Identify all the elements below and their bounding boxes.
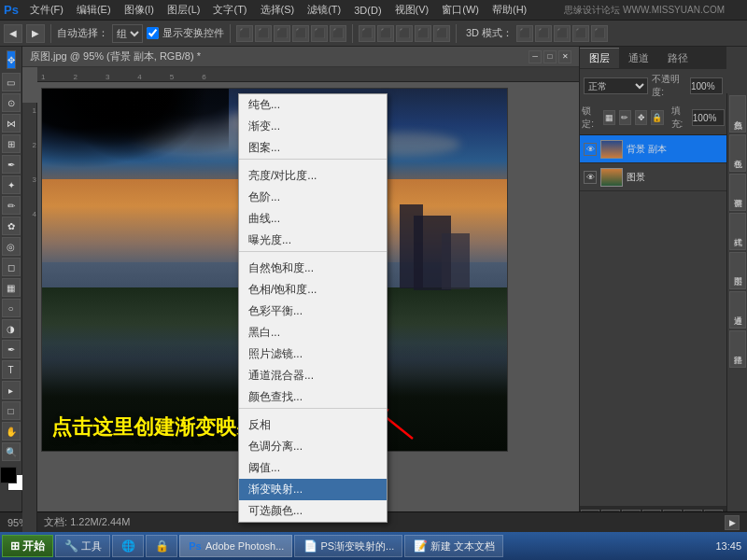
auto-select-dropdown[interactable]: 组 bbox=[112, 24, 143, 43]
dist-top-btn[interactable]: ⬛ bbox=[396, 25, 413, 42]
lasso-tool[interactable]: ⊙ bbox=[2, 93, 21, 112]
menu-invert[interactable]: 反相 bbox=[239, 414, 387, 436]
menu-help[interactable]: 帮助(H) bbox=[486, 1, 532, 19]
menu-levels[interactable]: 色阶... bbox=[239, 187, 387, 208]
taskbar-browser[interactable]: 🌐 bbox=[112, 535, 144, 557]
menu-layer[interactable]: 图层(L) bbox=[162, 1, 205, 19]
shape-tool[interactable]: □ bbox=[2, 401, 21, 420]
text-tool[interactable]: T bbox=[2, 360, 21, 379]
align-left-btn[interactable]: ⬛ bbox=[236, 25, 253, 42]
spot-heal-tool[interactable]: ✦ bbox=[2, 175, 21, 194]
menu-threshold[interactable]: 阈值... bbox=[239, 457, 387, 479]
menu-brightness[interactable]: 亮度/对比度... bbox=[239, 165, 387, 187]
zoom-tool[interactable]: 🔍 bbox=[2, 442, 21, 461]
lock-position-btn[interactable]: ✥ bbox=[635, 110, 647, 125]
3d-btn-2[interactable]: ⬛ bbox=[535, 25, 552, 42]
opacity-input[interactable] bbox=[690, 77, 723, 94]
3d-btn-5[interactable]: ⬛ bbox=[591, 25, 608, 42]
show-transform-checkbox[interactable] bbox=[147, 27, 159, 39]
close-canvas-btn[interactable]: ✕ bbox=[558, 50, 571, 63]
brush-tool[interactable]: ✏ bbox=[2, 196, 21, 215]
blur-tool[interactable]: ○ bbox=[2, 299, 21, 317]
menu-curves[interactable]: 曲线... bbox=[239, 208, 387, 230]
layers-panel-btn[interactable]: 图层 bbox=[729, 252, 746, 289]
hand-tool[interactable]: ✋ bbox=[2, 422, 21, 441]
lock-transparent-btn[interactable]: ▦ bbox=[603, 110, 615, 125]
menu-selective-color[interactable]: 可选颜色... bbox=[239, 500, 387, 522]
3d-btn-1[interactable]: ⬛ bbox=[516, 25, 533, 42]
move-tool[interactable]: ✥ bbox=[7, 50, 16, 69]
align-bottom-btn[interactable]: ⬛ bbox=[330, 25, 346, 42]
taskbar-ps-tutorial[interactable]: 📄 PS渐变映射的... bbox=[294, 535, 402, 557]
styles-panel-btn[interactable]: 样式 bbox=[729, 213, 746, 250]
scroll-right-btn[interactable]: ▶ bbox=[725, 515, 740, 530]
gradient-tool[interactable]: ▦ bbox=[2, 278, 21, 297]
menu-photo-filter[interactable]: 照片滤镜... bbox=[239, 343, 387, 365]
taskbar-tools[interactable]: 🔧 工具 bbox=[55, 535, 110, 557]
color-panel-btn[interactable]: 颜色 bbox=[729, 95, 746, 133]
pen-tool[interactable]: ✒ bbox=[2, 340, 21, 358]
maximize-canvas-btn[interactable]: □ bbox=[543, 50, 557, 63]
3d-btn-4[interactable]: ⬛ bbox=[572, 25, 589, 42]
menu-color-balance[interactable]: 色彩平衡... bbox=[239, 301, 387, 322]
menu-bw[interactable]: 黑白... bbox=[239, 322, 387, 343]
clone-tool[interactable]: ✿ bbox=[2, 217, 21, 235]
swatches-panel-btn[interactable]: 色板 bbox=[729, 134, 746, 172]
menu-window[interactable]: 窗口(W) bbox=[436, 1, 485, 19]
history-brush-tool[interactable]: ◎ bbox=[2, 237, 21, 256]
crop-tool[interactable]: ⊞ bbox=[2, 134, 21, 153]
menu-color-lookup[interactable]: 颜色查找... bbox=[239, 386, 387, 408]
menu-solid-color[interactable]: 纯色... bbox=[239, 94, 387, 116]
3d-btn-3[interactable]: ⬛ bbox=[554, 25, 571, 42]
menu-filter[interactable]: 滤镜(T) bbox=[302, 1, 346, 19]
menu-gradient[interactable]: 渐变... bbox=[239, 116, 387, 137]
minimize-canvas-btn[interactable]: ─ bbox=[529, 50, 542, 63]
fill-input[interactable] bbox=[692, 109, 725, 126]
dist-bot-btn[interactable]: ⬛ bbox=[433, 25, 450, 42]
blend-mode-select[interactable]: 正常 bbox=[584, 77, 648, 94]
menu-gradient-map[interactable]: 渐变映射... bbox=[239, 479, 387, 500]
select-tool[interactable]: ▭ bbox=[2, 73, 21, 91]
dodge-tool[interactable]: ◑ bbox=[2, 319, 21, 338]
dist-h-btn[interactable]: ⬛ bbox=[359, 25, 375, 42]
align-center-btn[interactable]: ⬛ bbox=[255, 25, 272, 42]
menu-edit[interactable]: 编辑(E) bbox=[71, 1, 117, 19]
lock-all-btn[interactable]: 🔒 bbox=[651, 110, 663, 125]
align-middle-btn[interactable]: ⬛ bbox=[311, 25, 328, 42]
menu-image[interactable]: 图像(I) bbox=[119, 1, 160, 19]
layer-item-bg-copy[interactable]: 👁 背景 副本 bbox=[580, 135, 726, 163]
eyedropper-tool[interactable]: ✒ bbox=[2, 155, 21, 174]
menu-vibrance[interactable]: 自然饱和度... bbox=[239, 258, 387, 279]
menu-select[interactable]: 选择(S) bbox=[255, 1, 301, 19]
lock-image-btn[interactable]: ✏ bbox=[619, 110, 631, 125]
layer-visibility-landscape[interactable]: 👁 bbox=[584, 171, 597, 184]
tab-channels[interactable]: 通道 bbox=[619, 49, 658, 68]
magic-wand-tool[interactable]: ⋈ bbox=[2, 114, 21, 133]
tab-layers[interactable]: 图层 bbox=[580, 48, 619, 68]
taskbar-text-doc[interactable]: 📝 新建 文本文档 bbox=[404, 535, 503, 557]
eraser-tool[interactable]: ◻ bbox=[2, 258, 21, 276]
menu-file[interactable]: 文件(F) bbox=[24, 1, 69, 19]
forward-button[interactable]: ▶ bbox=[26, 24, 45, 43]
taskbar-photoshop[interactable]: Ps Adobe Photosh... bbox=[179, 535, 292, 557]
menu-posterize[interactable]: 色调分离... bbox=[239, 436, 387, 457]
taskbar-security[interactable]: 🔒 bbox=[146, 535, 177, 557]
menu-exposure[interactable]: 曝光度... bbox=[239, 230, 387, 251]
channels-panel-btn[interactable]: 通道 bbox=[729, 291, 746, 329]
dist-v-btn[interactable]: ⬛ bbox=[377, 25, 394, 42]
menu-hue-saturation[interactable]: 色相/饱和度... bbox=[239, 279, 387, 301]
paths-panel-btn[interactable]: 路径 bbox=[729, 330, 746, 368]
menu-view[interactable]: 视图(V) bbox=[389, 1, 435, 19]
back-button[interactable]: ◀ bbox=[4, 24, 22, 43]
foreground-color-swatch[interactable] bbox=[0, 467, 17, 483]
tab-paths[interactable]: 路径 bbox=[658, 49, 698, 68]
align-top-btn[interactable]: ⬛ bbox=[292, 25, 309, 42]
adjustments-panel-btn[interactable]: 调整 bbox=[729, 174, 746, 211]
menu-pattern[interactable]: 图案... bbox=[239, 137, 387, 159]
menu-3d[interactable]: 3D(D) bbox=[348, 3, 387, 18]
layer-item-landscape[interactable]: 👁 图景 bbox=[580, 163, 726, 191]
start-button[interactable]: ⊞ 开始 bbox=[2, 535, 53, 557]
path-select-tool[interactable]: ▸ bbox=[2, 381, 21, 399]
menu-text[interactable]: 文字(T) bbox=[207, 1, 252, 19]
dist-mid-btn[interactable]: ⬛ bbox=[415, 25, 431, 42]
